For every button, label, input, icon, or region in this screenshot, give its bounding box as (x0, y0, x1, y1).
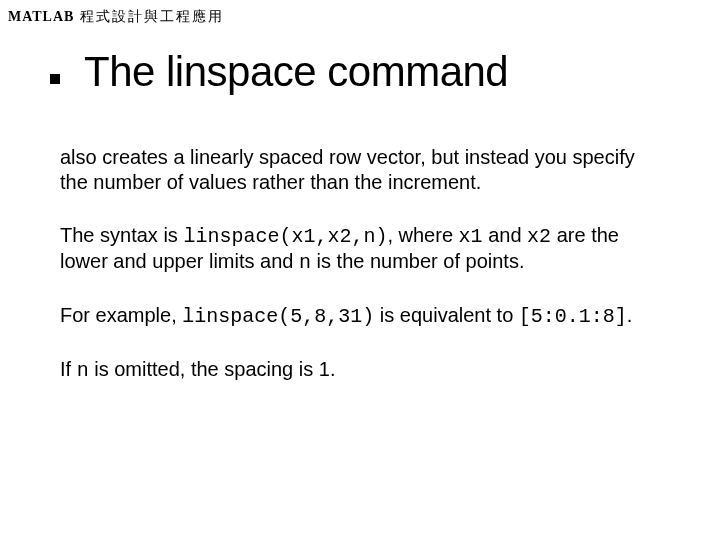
p2-text-e: is the number of points. (311, 250, 524, 272)
p2-text-b: , where (387, 224, 458, 246)
p3-text-b: is equivalent to (374, 304, 519, 326)
p2-code-2: x1 (459, 225, 483, 248)
p3-text-c: . (627, 304, 633, 326)
page-title: The linspace command (84, 48, 508, 96)
p2-text-c: and (483, 224, 527, 246)
p4-text-b: is omitted, the spacing is 1. (89, 358, 336, 380)
p2-code-1: linspace(x1,x2,n) (183, 225, 387, 248)
header-matlab: MATLAB (8, 9, 74, 24)
p2-text-a: The syntax is (60, 224, 183, 246)
p2-code-4: n (299, 251, 311, 274)
p2-code-3: x2 (527, 225, 551, 248)
p4-code-1: n (77, 359, 89, 382)
paragraph-1: also creates a linearly spaced row vecto… (60, 145, 660, 195)
p3-code-1: linspace(5,8,31) (182, 305, 374, 328)
p3-code-2: [5:0.1:8] (519, 305, 627, 328)
content-body: also creates a linearly spaced row vecto… (60, 145, 660, 411)
p4-text-a: If (60, 358, 77, 380)
header-subtitle: 程式設計與工程應用 (74, 9, 224, 24)
paragraph-3: For example, linspace(5,8,31) is equival… (60, 303, 660, 329)
p3-text-a: For example, (60, 304, 182, 326)
header-label: MATLAB 程式設計與工程應用 (8, 8, 224, 26)
title-row: The linspace command (50, 48, 508, 96)
title-bullet-icon (50, 74, 60, 84)
paragraph-4: If n is omitted, the spacing is 1. (60, 357, 660, 383)
paragraph-2: The syntax is linspace(x1,x2,n), where x… (60, 223, 660, 275)
